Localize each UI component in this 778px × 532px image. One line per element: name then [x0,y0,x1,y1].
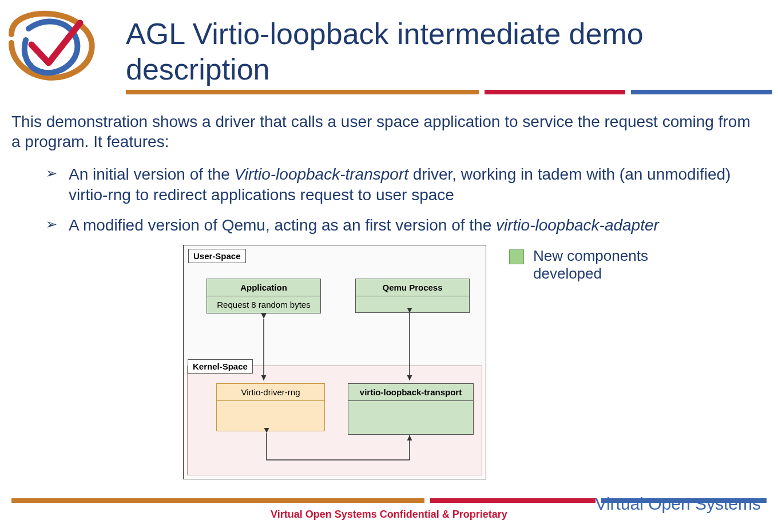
list-text-em: virtio-loopback-adapter [496,216,659,234]
virtio-loopback-transport-box: virtio-loopback-transport [348,383,474,435]
list-text-em: Virtio-loopback-transport [235,165,409,183]
slide-header: AGL Virtio-loopback intermediate demo de… [0,0,778,88]
slide-title: AGL Virtio-loopback intermediate demo de… [103,6,778,88]
legend-text: New components developed [533,247,693,283]
kernel-space-region: Kernel-Space Virtio-driver-rng virtio-lo… [187,366,482,475]
kernel-space-label: Kernel-Space [188,359,253,374]
list-text: A modified version of Qemu, acting as an… [69,216,496,234]
intro-text: This demonstration shows a driver that c… [0,94,778,152]
box-subtitle: Request 8 random bytes [207,296,320,313]
application-box: Application Request 8 random bytes [207,279,321,313]
list-item: An initial version of the Virtio-loopbac… [46,164,744,206]
qemu-process-box: Qemu Process [355,279,470,313]
architecture-diagram: User-Space Application Request 8 random … [183,245,486,479]
user-space-label: User-Space [188,249,246,263]
box-title: virtio-loopback-transport [348,384,473,401]
box-title: Application [207,279,320,296]
feature-list: An initial version of the Virtio-loopbac… [0,152,778,236]
box-title: Virtio-driver-rng [217,384,324,401]
list-text: An initial version of the [69,165,235,183]
brand-text: Virtual Open Systems [595,494,761,514]
box-title: Qemu Process [356,279,469,296]
company-logo [0,6,103,86]
legend-swatch-icon [509,249,524,264]
virtio-driver-rng-box: Virtio-driver-rng [216,383,325,431]
header-divider [126,90,772,94]
diagram-area: User-Space Application Request 8 random … [0,245,778,479]
legend: New components developed [509,245,693,283]
slide-footer: Virtual Open Systems Confidential & Prop… [0,498,778,521]
list-item: A modified version of Qemu, acting as an… [46,215,744,236]
